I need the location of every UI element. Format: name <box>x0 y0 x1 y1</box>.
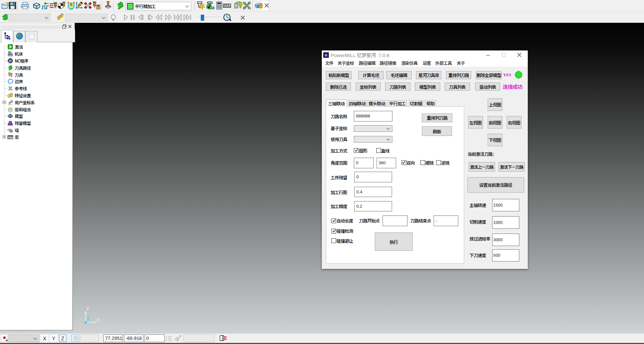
svg-text:Z: Z <box>87 316 90 322</box>
svg-text:z: z <box>166 339 167 341</box>
svg-text:Y: Y <box>86 306 89 312</box>
svg-text:X: X <box>96 317 100 323</box>
